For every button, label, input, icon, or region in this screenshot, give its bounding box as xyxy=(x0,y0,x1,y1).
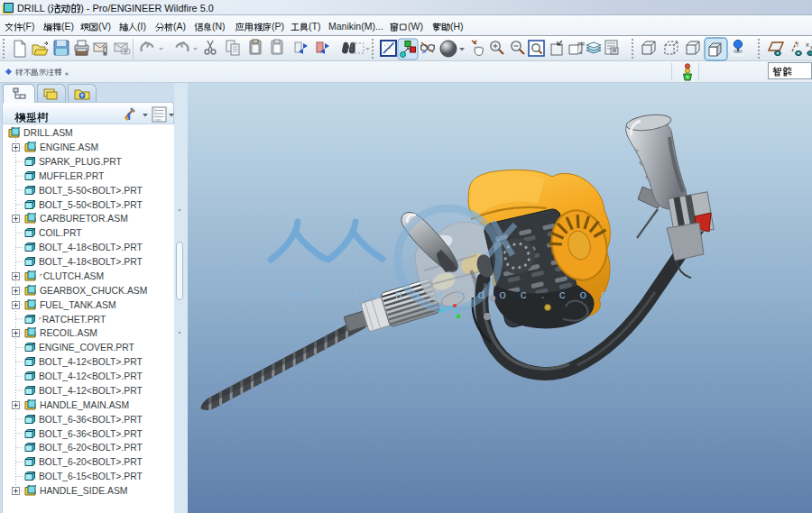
svg-text:x: x xyxy=(806,41,809,49)
svg-text:w w w . r e n r e n d o c . c: w w w . r e n r e n d o c . c o m xyxy=(266,288,617,301)
svg-text:FR: FR xyxy=(577,41,586,47)
svg-text:f: f xyxy=(797,41,798,48)
